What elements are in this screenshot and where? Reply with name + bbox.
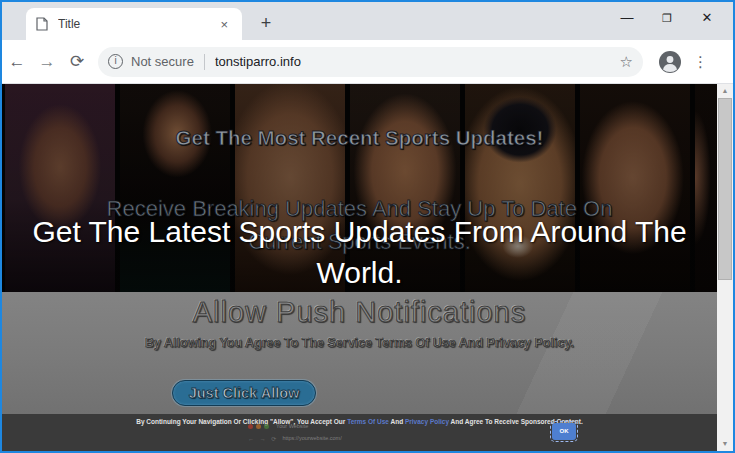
hero-main-heading: Get The Latest Sports Updates From Aroun… — [2, 211, 717, 293]
hero-top-heading: Get The Most Recent Sports Updates! — [2, 126, 717, 150]
page-scrollbar[interactable]: ▲ ▼ — [717, 84, 733, 451]
close-button[interactable]: ✕ — [687, 2, 727, 34]
window-controls: — ❐ ✕ — [607, 2, 727, 34]
browser-window: Title × + — ❐ ✕ ← → ⟳ i Not secure tonst… — [0, 0, 735, 453]
just-click-allow-button[interactable]: Just Click Allow — [172, 380, 316, 406]
new-tab-button[interactable]: + — [254, 12, 278, 36]
mock-tab-label: Your Website — [276, 423, 308, 429]
mock-browser-graphic: Your Website ← → ⟳ https://yourwebsite.c… — [248, 420, 426, 451]
forward-icon[interactable]: → — [32, 52, 62, 72]
address-separator — [204, 54, 205, 70]
tab-title[interactable]: Title × — [26, 8, 242, 40]
minimize-button[interactable]: — — [607, 2, 647, 34]
back-icon[interactable]: ← — [2, 52, 32, 72]
mock-url-text: https://yourwebsite.com/ — [282, 435, 341, 441]
traffic-light-green-icon — [264, 424, 269, 429]
bookmark-star-icon[interactable]: ☆ — [612, 53, 633, 71]
scroll-down-icon[interactable]: ▼ — [717, 437, 733, 451]
page-icon — [36, 17, 48, 31]
mock-browser-tab-row: Your Website — [248, 420, 426, 432]
traffic-light-red-icon — [248, 424, 253, 429]
address-bar[interactable]: i Not secure tonstiparro.info ☆ — [98, 47, 643, 77]
mock-browser-url-row: ← → ⟳ https://yourwebsite.com/ — [248, 432, 426, 444]
browser-toolbar: ← → ⟳ i Not secure tonstiparro.info ☆ ⋮ — [2, 40, 733, 84]
tab-strip: Title × + — ❐ ✕ — [2, 2, 733, 40]
allow-notifications-heading: Allow Push Notifications — [2, 296, 717, 329]
info-icon[interactable]: i — [108, 54, 123, 69]
maximize-button[interactable]: ❐ — [647, 2, 687, 34]
scrollbar-thumb[interactable] — [718, 98, 732, 280]
reload-icon[interactable]: ⟳ — [62, 51, 92, 72]
ok-button[interactable]: OK — [552, 423, 576, 440]
security-label: Not secure — [131, 54, 194, 69]
tab-close-icon[interactable]: × — [216, 17, 232, 32]
profile-avatar-icon[interactable] — [659, 51, 681, 73]
scroll-up-icon[interactable]: ▲ — [717, 84, 733, 98]
tab-title-label: Title — [58, 17, 216, 31]
mock-nav-icons: ← → ⟳ — [248, 435, 278, 442]
menu-dots-icon[interactable]: ⋮ — [693, 53, 708, 71]
url-text[interactable]: tonstiparro.info — [215, 54, 612, 69]
page-content: Get The Most Recent Sports Updates! Rece… — [2, 84, 717, 451]
traffic-light-orange-icon — [256, 424, 261, 429]
allow-notifications-subtext: By Allowing You Agree To The Service Ter… — [2, 336, 717, 350]
